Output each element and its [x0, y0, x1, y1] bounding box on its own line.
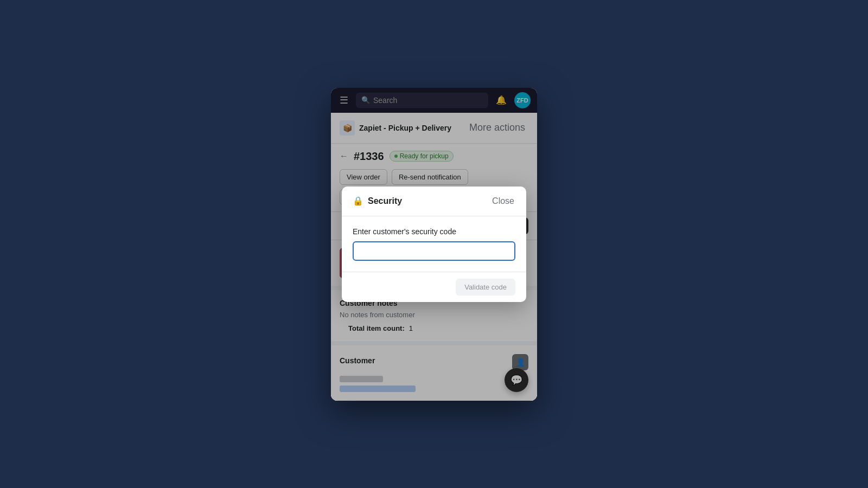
modal-header: 🔒 Security Close — [342, 187, 526, 216]
modal-footer: Validate code — [342, 272, 526, 302]
security-modal: 🔒 Security Close Enter customer's securi… — [342, 187, 526, 302]
modal-close-button[interactable]: Close — [491, 195, 515, 207]
security-code-input[interactable] — [353, 241, 515, 261]
modal-title: Security — [368, 196, 402, 206]
modal-title-row: 🔒 Security — [353, 196, 402, 206]
modal-body: Enter customer's security code — [342, 216, 526, 272]
security-code-label: Enter customer's security code — [353, 227, 515, 236]
lock-icon: 🔒 — [353, 196, 363, 206]
validate-code-button[interactable]: Validate code — [456, 279, 515, 296]
modal-overlay: 🔒 Security Close Enter customer's securi… — [331, 88, 537, 401]
